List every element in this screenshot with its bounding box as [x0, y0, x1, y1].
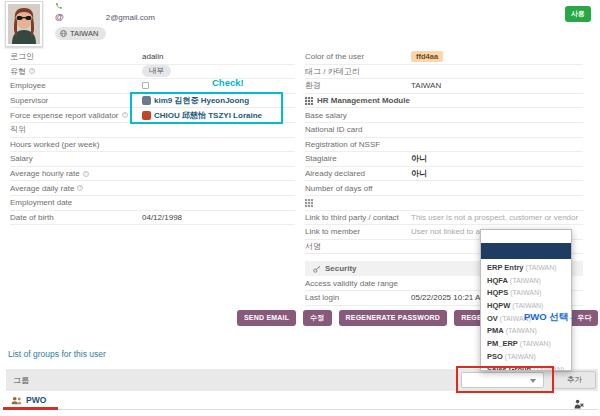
declared-label: Already declared	[305, 169, 411, 178]
field-row-tags: 태그 / 카테고리	[305, 65, 583, 80]
country-label: TAIWAN	[70, 29, 98, 38]
stagiaire-value: 아니	[411, 153, 427, 164]
third-party-label: Link to third party / contact	[305, 213, 411, 222]
at-icon: @	[55, 12, 64, 22]
check-annotation-text: Check!	[212, 77, 244, 88]
dropdown-option[interactable]: PSO(TAIWAN)	[481, 348, 571, 361]
type-badge: 내부	[142, 65, 171, 77]
stagiaire-label: Stagiaire	[305, 154, 411, 163]
employee-label: Employee	[10, 81, 142, 90]
field-row-nssf: Registration of NSSF	[305, 138, 583, 153]
country-badge: TAIWAN	[55, 27, 106, 40]
dropdown-option[interactable]: HQPW(TAIWAN)	[481, 297, 571, 310]
grid-icon	[305, 199, 313, 207]
dropdown-selected-option[interactable]	[481, 243, 571, 259]
info-icon: ?	[77, 185, 83, 191]
national-id-label: National ID card	[305, 125, 411, 134]
avg-hourly-label: Average hourly rate	[10, 169, 80, 178]
position-label: 직위	[10, 124, 142, 135]
info-icon: ?	[122, 112, 128, 118]
field-row-avg-daily: Average daily rate?	[10, 181, 295, 196]
field-row-dob: Date of birth 04/12/1998	[10, 211, 295, 226]
edit-button[interactable]: 수정	[303, 310, 331, 326]
validity-label: Access validity date range	[305, 279, 425, 288]
users-group-icon	[11, 396, 22, 405]
base-salary-label: Base salary	[305, 111, 411, 120]
avatar-photo	[8, 4, 40, 44]
red-annotation-box	[456, 366, 554, 393]
field-row-employment-date: Employment date	[10, 196, 295, 211]
email-line: @ 2@gmail.com	[55, 12, 155, 22]
employment-date-label: Employment date	[10, 198, 142, 207]
tags-label: 태그 / 카테고리	[305, 66, 411, 77]
user-color-badge[interactable]: ffd4aa	[411, 51, 443, 62]
dob-label: Date of birth	[10, 213, 142, 222]
salary-label: Salary	[10, 154, 142, 163]
user-avatar[interactable]	[5, 1, 43, 47]
header: @ 2@gmail.com TAIWAN 사용	[0, 0, 600, 48]
group-row-pwo: PWO	[6, 391, 598, 410]
send-email-button[interactable]: SEND EMAIL	[237, 310, 296, 326]
check-annotation-box	[130, 92, 283, 124]
red-underline-annotation	[3, 407, 58, 410]
field-row-salary: Salary	[10, 152, 295, 167]
group-column-header: 그룹	[6, 375, 29, 386]
group-options-dropdown: ERP Entry(TAIWAN) HQFA(TAIWAN) HQPS(TAIW…	[480, 229, 572, 371]
field-row-env: 환경 TAIWAN	[305, 79, 583, 94]
regenerate-password-button[interactable]: REGENERATE PASSWORD	[339, 310, 448, 326]
hours-label: Hours worked (per week)	[10, 140, 142, 149]
declared-value: 아니	[411, 168, 427, 179]
field-row-position: 직위	[10, 123, 295, 138]
info-icon: ?	[29, 68, 35, 74]
dropdown-option[interactable]: HQPS(TAIWAN)	[481, 284, 571, 297]
group-name: PWO	[26, 395, 46, 405]
color-label: Color of the user	[305, 52, 411, 61]
form-left-column: 로그인 adalin 유형? 내부 Employee Supervisor ki…	[10, 50, 295, 225]
grid-icon	[305, 97, 313, 105]
dropdown-option[interactable]: PMA(TAIWAN)	[481, 322, 571, 335]
login-value: adalin	[142, 52, 163, 61]
supervisor-label: Supervisor	[10, 96, 142, 105]
avg-daily-label: Average daily rate	[10, 184, 74, 193]
field-row-third-party: Link to third party / contact This user …	[305, 211, 583, 226]
employee-checkbox[interactable]	[142, 82, 149, 89]
dropdown-option[interactable]: HQFA(TAIWAN)	[481, 272, 571, 285]
info-icon: ?	[83, 171, 89, 177]
validator-label: Force expense report validator	[10, 111, 119, 120]
active-toggle-button[interactable]: 사용	[565, 6, 591, 22]
field-row-declared: Already declared 아니	[305, 167, 583, 182]
key-icon	[313, 265, 321, 273]
field-row-stagiaire: Stagiaire 아니	[305, 152, 583, 167]
member-label: Link to member	[305, 227, 411, 236]
dropdown-option[interactable]: PM_ERP(TAIWAN)	[481, 335, 571, 348]
field-row-avg-hourly: Average hourly rate?	[10, 167, 295, 182]
remove-group-icon[interactable]	[574, 395, 584, 413]
group-link-pwo[interactable]: PWO	[6, 395, 46, 405]
pwo-select-annotation-text: PWO 선택→	[524, 311, 578, 324]
login-label: 로그인	[10, 51, 142, 62]
signature-label: 서명	[305, 241, 411, 252]
globe-icon	[60, 30, 67, 37]
email-value[interactable]: 2@gmail.com	[106, 13, 155, 22]
env-value: TAIWAN	[411, 81, 441, 90]
security-section-title: Security	[325, 264, 357, 273]
field-row-hours: Hours worked (per week)	[10, 138, 295, 153]
third-party-value: This user is not a prospect, customer or…	[411, 213, 578, 222]
phone-line	[55, 1, 155, 11]
hr-module-title: HR Management Module	[317, 96, 410, 105]
nssf-label: Registration of NSSF	[305, 140, 411, 149]
dropdown-option[interactable]: ERP Entry(TAIWAN)	[481, 259, 571, 272]
dropdown-empty-space	[481, 230, 571, 243]
add-group-button[interactable]: 추가	[553, 371, 596, 389]
field-row-base-salary: Base salary	[305, 108, 583, 123]
field-row-color: Color of the user ffd4aa	[305, 50, 583, 65]
env-label: 환경	[305, 80, 411, 91]
dob-value[interactable]: 04/12/1998	[142, 213, 182, 222]
collapsed-section-header	[305, 196, 583, 211]
groups-section-title: List of groups for this user	[8, 349, 106, 359]
field-row-national-id: National ID card	[305, 123, 583, 138]
days-off-label: Number of days off	[305, 184, 411, 193]
type-label: 유형	[10, 66, 26, 77]
hr-module-section-header: HR Management Module	[305, 94, 583, 109]
field-row-login: 로그인 adalin	[10, 50, 295, 65]
